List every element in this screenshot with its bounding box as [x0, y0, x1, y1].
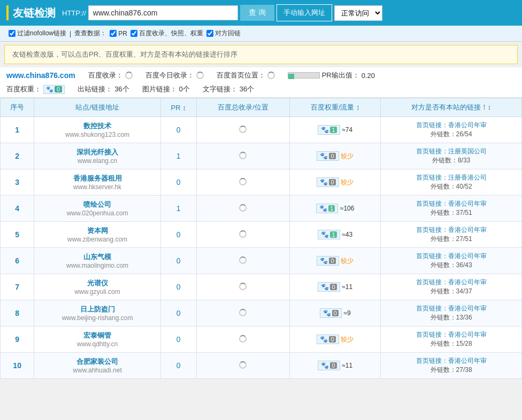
logo: 友链检测 [6, 5, 56, 20]
weight-badge: 🐾0 [317, 335, 339, 344]
cell-baidu-index [196, 274, 290, 300]
site-name-link[interactable]: 山东气模 [37, 252, 157, 262]
outbound-label: 出站链接： [78, 84, 112, 94]
protocol-label: HTTP:// [62, 9, 86, 17]
cell-backlink: 首页链接：香港公司年审外链数：36/43 [381, 248, 522, 274]
cell-weight: 🐾0 ≈11 [290, 274, 381, 300]
site-url[interactable]: www.shukong123.com [37, 131, 157, 138]
site-name-link[interactable]: 深圳光纤接入 [37, 147, 157, 157]
site-url[interactable]: www.hkserver.hk [37, 183, 157, 191]
site-name-link[interactable]: 喷绘公司 [37, 200, 157, 209]
row-number[interactable]: 10 [13, 361, 21, 370]
cell-num: 1 [1, 117, 34, 143]
site-url[interactable]: www.gzyuli.com [37, 288, 157, 295]
baidu-home-label: 百度首页位置： [217, 71, 265, 80]
cell-baidu-index [196, 143, 290, 169]
site-name-link[interactable]: 光谱仪 [37, 278, 157, 288]
filter-backlink-checkbox[interactable] [206, 30, 213, 37]
filter-nofollow-checkbox[interactable] [9, 30, 16, 37]
site-name-link[interactable]: 宏泰铜管 [37, 331, 157, 340]
site-url[interactable]: www.maolingimo.com [37, 262, 157, 269]
site-name-link[interactable]: 日上防盗门 [37, 305, 157, 314]
site-name-link[interactable]: 数控技术 [37, 121, 157, 131]
cell-backlink: 首页链接：香港公司年审外链数：13/36 [381, 300, 522, 326]
row-number[interactable]: 8 [15, 309, 19, 317]
cell-backlink: 首页链接：香港公司年审外链数：27/38 [381, 353, 522, 379]
logo-bar [6, 5, 9, 20]
site-name-link[interactable]: 合肥家装公司 [37, 357, 157, 367]
row-number[interactable]: 9 [15, 335, 19, 344]
th-pr[interactable]: PR ↕ [160, 98, 196, 117]
pr-value: 0 [176, 126, 181, 134]
table-header: 序号 站点/链接地址 PR ↕ 百度总收录/位置 百度权重/流量 ↕ 对方是否有… [1, 98, 522, 117]
table-row: 7光谱仪www.gzyuli.com0🐾0 ≈11首页链接：香港公司年审外链数：… [1, 274, 522, 300]
row-number[interactable]: 3 [15, 178, 19, 186]
cell-weight: 🐾0 较少 [290, 143, 381, 169]
site-url[interactable]: www.beijing-rishang.com [37, 314, 157, 322]
baidu-loading-icon [239, 309, 247, 316]
filter-pr-checkbox[interactable] [110, 30, 117, 37]
url-input[interactable] [88, 5, 238, 20]
table-row: 9宏泰铜管www.qdhtty.cn0🐾0 较少首页链接：香港公司年审外链数：1… [1, 326, 522, 353]
status-select[interactable]: 正常访问 无法访问 [334, 5, 382, 21]
weight-number: 0 [329, 336, 335, 343]
cell-weight: 🐾0 较少 [290, 169, 381, 196]
row-number[interactable]: 6 [15, 256, 19, 265]
cell-baidu-index [196, 117, 290, 143]
filters-bar: 过滤nofollow链接 | 查查数据： PR 百度收录、快照、权重 对方回链 [0, 26, 522, 42]
cell-pr: 1 [160, 143, 196, 169]
th-weight[interactable]: 百度权重/流量 ↕ [290, 98, 381, 117]
row-number[interactable]: 7 [15, 283, 19, 291]
cell-num: 2 [1, 143, 34, 169]
stat-baidu-index: 百度收录： [88, 71, 133, 80]
row-number[interactable]: 1 [15, 126, 19, 134]
th-backlink[interactable]: 对方是否有本站的链接！↕ [381, 98, 522, 117]
text-link-value: 36个 [240, 84, 254, 94]
site-url[interactable]: www.ahhuadi.net [37, 367, 157, 374]
row-number[interactable]: 4 [15, 204, 19, 213]
pr-value: 0 [176, 309, 181, 317]
filter-backlink[interactable]: 对方回链 [206, 29, 241, 38]
stat-pr-output: PR输出值： 0.20 [288, 71, 375, 80]
site-url[interactable]: www.zibenwang.com [37, 236, 157, 243]
cell-site: 山东气模www.maolingimo.com [34, 248, 161, 274]
cell-weight: 🐾0 较少 [290, 248, 381, 274]
weight-badge: 🐾0 [317, 151, 339, 161]
backlink-title: 首页链接：香港公司年审 [416, 305, 487, 312]
cell-pr: 0 [160, 353, 196, 379]
url-section: HTTP:// 查 询 手动输入网址 正常访问 无法访问 [62, 4, 516, 21]
row-number[interactable]: 5 [15, 230, 19, 239]
filter-baidu-checkbox[interactable] [130, 30, 137, 37]
backlink-count: 外链数：8/33 [432, 157, 470, 164]
pr-value: 0 [176, 230, 181, 239]
filter-nofollow[interactable]: 过滤nofollow链接 [9, 29, 66, 38]
cell-site: 数控技术www.shukong123.com [34, 117, 161, 143]
cell-num: 7 [1, 274, 34, 300]
traffic-approx: ≈43 [342, 231, 352, 238]
image-link-label: 图片链接： [142, 84, 177, 94]
filter-pr[interactable]: PR [110, 30, 127, 37]
outbound-value: 36个 [114, 84, 129, 94]
row-number[interactable]: 2 [15, 152, 19, 160]
weight-badge: 🐾0 [318, 282, 340, 292]
backlink-count: 外链数：27/38 [431, 366, 472, 374]
stat-text-link: 文字链接： 36个 [203, 84, 254, 94]
cell-backlink: 首页链接：注册英国公司外链数：8/33 [381, 143, 522, 169]
pr-value: 0 [176, 283, 181, 291]
site-url[interactable]: www.qdhtty.cn [37, 340, 157, 348]
site-name-link[interactable]: 资本网 [37, 226, 157, 236]
backlink-count: 外链数：15/28 [431, 340, 472, 347]
manual-input-button[interactable]: 手动输入网址 [277, 4, 332, 21]
cell-pr: 0 [160, 169, 196, 196]
query-button[interactable]: 查 询 [240, 5, 274, 21]
site-name-link[interactable]: 香港服务器租用 [37, 174, 157, 183]
cell-site: 合肥家装公司www.ahhuadi.net [34, 353, 161, 379]
image-link-value: 0个 [179, 84, 190, 94]
baidu-loading-icon [239, 335, 247, 343]
table-row: 4喷绘公司www.020penhua.com1🐾1 ≈106首页链接：香港公司年… [1, 196, 522, 222]
weight-badge: 🐾1 [318, 230, 340, 239]
site-url[interactable]: www.020penhua.com [37, 209, 157, 217]
site-url[interactable]: www.elang.cn [37, 157, 157, 165]
filter-baidu[interactable]: 百度收录、快照、权重 [130, 29, 203, 38]
cell-weight: 🐾1 ≈43 [290, 222, 381, 248]
